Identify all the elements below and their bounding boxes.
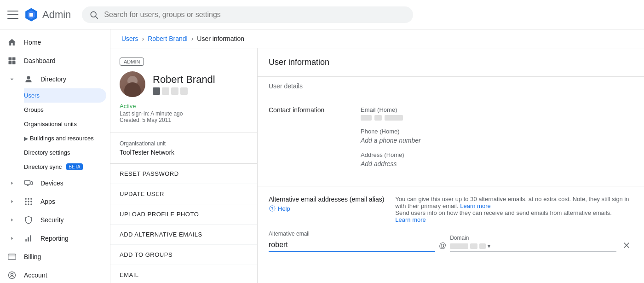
sidebar-item-org-units[interactable]: Organisational units [24, 117, 106, 131]
search-input[interactable] [104, 11, 406, 19]
breadcrumb: Users › Robert Brandl › User information [110, 29, 644, 48]
action-add-to-groups[interactable]: ADD TO GROUPS [110, 245, 257, 265]
svg-text:?: ? [271, 206, 273, 211]
contact-content: Email (Home) Phone (Home) Add a phone nu… [361, 106, 633, 175]
help-link[interactable]: ? Help [269, 205, 384, 212]
domain-label: Domain [450, 235, 616, 241]
action-email[interactable]: EMAIL [110, 265, 257, 283]
sidebar-item-dir-sync[interactable]: Directory sync BETA [24, 160, 106, 174]
svg-rect-2 [29, 13, 33, 17]
user-info: Robert Brandl [153, 74, 215, 95]
sidebar-sub-directory: Users Groups Organisational units ▶ Buil… [0, 88, 110, 174]
chevron-right-icon: ▶ [24, 135, 28, 142]
alt-email-title: Alternative email addresses (email alias… [269, 196, 384, 203]
sidebar-item-apps[interactable]: Apps [0, 192, 106, 211]
apps-icon [24, 197, 33, 206]
beta-badge: BETA [66, 163, 82, 170]
org-unit-label: Organisational unit [120, 140, 248, 147]
sidebar-label-reporting: Reporting [40, 235, 69, 242]
sidebar-item-devices[interactable]: Devices [0, 174, 106, 192]
sidebar-label-home: Home [24, 39, 41, 46]
action-reset-password[interactable]: RESET PASSWORD [110, 164, 257, 184]
email-field-value [361, 115, 633, 121]
breadcrumb-robert[interactable]: Robert Brandl [148, 35, 187, 42]
action-upload-photo[interactable]: UPLOAD PROFILE PHOTO [110, 204, 257, 225]
sidebar-item-dashboard[interactable]: Dashboard [0, 52, 106, 70]
svg-rect-25 [8, 254, 16, 260]
address-field-value[interactable]: Add address [361, 160, 633, 167]
home-icon [7, 38, 17, 47]
star-4 [180, 87, 188, 95]
alt-email-desc: You can give this user up to 30 alternat… [395, 196, 633, 223]
account-icon [7, 271, 17, 280]
email-redacted-3 [385, 115, 403, 121]
learn-more-link-2[interactable]: Learn more [395, 216, 426, 223]
email-redacted-1 [361, 115, 372, 121]
sidebar-label-billing: Billing [24, 253, 41, 260]
sidebar-label-security: Security [40, 216, 64, 224]
topbar: Admin [0, 0, 644, 29]
alt-email-left: Alternative email addresses (email alias… [269, 196, 384, 212]
help-icon: ? [269, 205, 276, 212]
sidebar-label-dir-sync: Directory sync [24, 163, 62, 170]
sidebar-item-account[interactable]: Account [0, 266, 106, 283]
hamburger-icon[interactable] [7, 9, 18, 20]
at-symbol: @ [439, 242, 446, 252]
phone-field-group: Phone (Home) Add a phone number [361, 128, 633, 144]
person-icon [24, 75, 33, 84]
svg-rect-22 [25, 239, 27, 242]
alt-email-input[interactable] [269, 239, 435, 252]
svg-rect-23 [28, 237, 29, 242]
svg-point-14 [28, 198, 29, 200]
sidebar-item-dir-settings[interactable]: Directory settings [24, 145, 106, 160]
user-profile: Robert Brandl [120, 71, 248, 97]
svg-rect-12 [31, 182, 32, 185]
sidebar-label-apps: Apps [40, 198, 55, 205]
breadcrumb-users[interactable]: Users [121, 35, 138, 42]
security-icon [24, 215, 33, 225]
admin-badge: ADMIN [120, 58, 144, 66]
svg-rect-5 [9, 58, 12, 61]
sidebar-label-devices: Devices [40, 179, 63, 187]
alt-email-section: Alternative email addresses (email alias… [258, 186, 644, 261]
action-add-alt-emails[interactable]: ADD ALTERNATIVE EMAILS [110, 225, 257, 245]
phone-field-value[interactable]: Add a phone number [361, 137, 633, 144]
user-name: Robert Brandl [153, 74, 215, 86]
svg-point-15 [30, 198, 32, 200]
email-redacted-2 [374, 115, 382, 121]
sidebar-item-security[interactable]: Security [0, 211, 106, 229]
content-body: ADMIN Robert Brandl [110, 48, 644, 283]
sidebar-item-buildings[interactable]: ▶ Buildings and resources [24, 131, 106, 145]
sidebar: Home Dashboard Directory Users Groups [0, 29, 110, 283]
dropdown-arrow-icon[interactable]: ▾ [488, 243, 490, 249]
user-last-signin: Last sign-in: A minute ago [120, 110, 248, 117]
sidebar-item-home[interactable]: Home [0, 33, 106, 52]
address-field-group: Address (Home) Add address [361, 151, 633, 167]
sidebar-label-groups: Groups [24, 106, 44, 113]
user-card: ADMIN Robert Brandl [110, 48, 257, 133]
sidebar-item-users[interactable]: Users [24, 88, 106, 103]
email-field-type: Email (Home) [361, 106, 633, 113]
svg-point-21 [30, 203, 32, 205]
chevron-right-icon [7, 234, 17, 243]
billing-icon [7, 252, 17, 261]
sidebar-item-directory[interactable]: Directory [0, 70, 106, 88]
breadcrumb-chevron-1: › [142, 35, 144, 42]
close-icon [622, 241, 631, 250]
sidebar-item-billing[interactable]: Billing [0, 248, 106, 266]
learn-more-link-1[interactable]: Learn more [460, 202, 490, 209]
sidebar-item-reporting[interactable]: Reporting [0, 229, 106, 248]
sidebar-label-users: Users [24, 92, 40, 99]
sidebar-item-groups[interactable]: Groups [24, 103, 106, 117]
sidebar-label-account: Account [24, 271, 47, 279]
alt-email-input-label: Alternative email [269, 231, 435, 237]
action-update-user[interactable]: UPDATE USER [110, 184, 257, 204]
alt-email-desc-2: Send users info on how they can receive … [395, 209, 611, 216]
svg-point-18 [30, 201, 32, 202]
search-bar[interactable] [82, 6, 413, 23]
close-button[interactable] [620, 239, 633, 252]
google-admin-logo [24, 7, 39, 22]
sidebar-label-org-units: Organisational units [24, 121, 77, 127]
domain-input-group: Domain ▾ [450, 235, 616, 252]
sidebar-label-buildings: Buildings and resources [30, 135, 94, 142]
